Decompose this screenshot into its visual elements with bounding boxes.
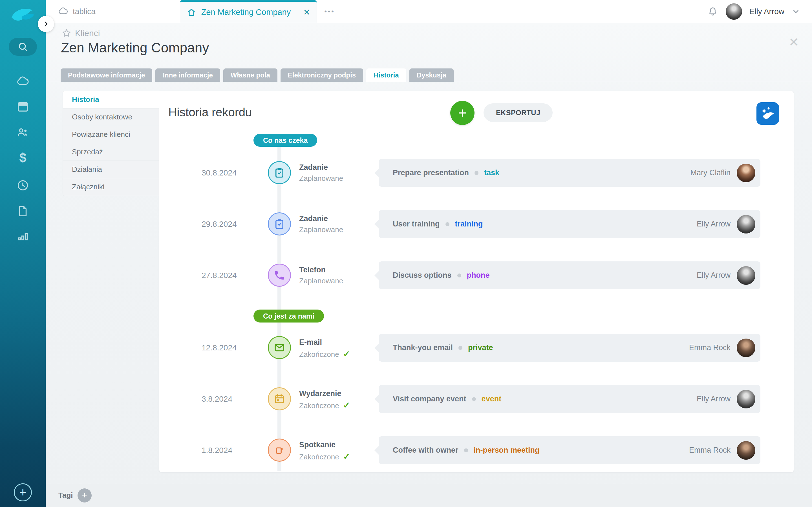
person-avatar — [737, 266, 755, 285]
contacts-icon[interactable] — [14, 123, 32, 142]
favorite-star-icon[interactable] — [61, 28, 71, 38]
timeline-type-label: Zadanie — [299, 163, 343, 172]
notifications-bell-icon[interactable] — [707, 6, 718, 17]
add-history-button[interactable]: + — [450, 101, 474, 125]
record-tab-6[interactable]: Dyskusja — [409, 68, 454, 82]
timeline-date: 30.8.2024 — [202, 159, 237, 187]
tab-close-icon[interactable]: ✕ — [303, 7, 310, 17]
envelope-icon — [268, 336, 291, 359]
timeline-row: 12.8.2024 E-mail Zakończone✓ Thank-you e… — [159, 334, 794, 362]
breadcrumb-label: Klienci — [75, 29, 100, 38]
panel-title: Historia rekordu — [168, 106, 252, 119]
timeline-status-label: Zakończone✓ — [299, 452, 350, 461]
record-tab-2[interactable]: Inne informacje — [155, 68, 220, 82]
tab-board[interactable]: tablica — [46, 0, 180, 23]
ai-bird-sparkles-icon[interactable] — [756, 102, 779, 125]
timeline-activity-card[interactable]: Visit company event event Elly Arrow — [378, 385, 760, 413]
timeline-type-label: Zadanie — [299, 214, 343, 223]
activity-title: User training — [393, 220, 440, 228]
timeline-status-label: Zaplanowane — [299, 277, 343, 285]
tab-record-label: Zen Marketing Company — [201, 8, 291, 17]
activity-title: Discuss options — [393, 271, 452, 280]
timeline-status-label: Zaplanowane — [299, 225, 343, 234]
done-check-icon: ✓ — [343, 452, 350, 461]
sidebar-expand-button[interactable] — [38, 16, 54, 32]
activity-tag: training — [455, 220, 483, 228]
timeline-activity-card[interactable]: User training training Elly Arrow — [378, 210, 760, 238]
submenu-item-5[interactable]: Działania — [63, 161, 159, 178]
person-name: Mary Claflin — [690, 168, 730, 177]
activity-title: Thank-you email — [393, 343, 453, 352]
record-tab-4[interactable]: Elektroniczny podpis — [281, 68, 363, 82]
dot-separator-icon — [446, 222, 449, 226]
export-button[interactable]: EKSPORTUJ — [484, 103, 553, 122]
submenu-item-1[interactable]: Historia — [63, 91, 159, 108]
coffee-cup-icon — [268, 439, 291, 462]
timeline-status-label: Zakończone✓ — [299, 349, 350, 359]
submenu-item-2[interactable]: Osoby kontaktowe — [63, 108, 159, 126]
search-icon[interactable] — [9, 38, 37, 56]
activity-title: Coffee with owner — [393, 446, 458, 455]
timeline-row: 1.8.2024 Spotkanie Zakończone✓ Coffee wi… — [159, 436, 794, 464]
tab-more-icon[interactable]: ••• — [317, 0, 342, 23]
timeline-activity-card[interactable]: Prepare presentation task Mary Claflin — [378, 159, 760, 187]
dot-separator-icon — [458, 346, 462, 350]
timeline-activity-card[interactable]: Discuss options phone Elly Arrow — [378, 262, 760, 289]
done-check-icon: ✓ — [343, 349, 350, 358]
sidebar-add-button[interactable]: + — [14, 483, 32, 501]
person-name: Elly Arrow — [697, 395, 730, 403]
user-avatar[interactable] — [726, 3, 742, 20]
dot-separator-icon — [457, 274, 461, 277]
timeline-type-label: E-mail — [299, 338, 350, 347]
time-icon[interactable] — [14, 176, 32, 194]
timeline-activity-card[interactable]: Thank-you email private Emma Rock — [378, 334, 760, 362]
record-tab-3[interactable]: Własne pola — [223, 68, 277, 82]
sidebar: $ + — [0, 0, 46, 507]
activity-tag: in-person meeting — [474, 446, 540, 455]
activity-title: Visit company event — [393, 395, 466, 403]
documents-icon[interactable] — [14, 202, 32, 220]
user-name: Elly Arrow — [749, 7, 784, 16]
close-record-icon[interactable]: ✕ — [789, 36, 799, 48]
add-tag-button[interactable]: + — [78, 489, 92, 503]
submenu-item-4[interactable]: Sprzedaż — [63, 144, 159, 161]
person-name: Emma Rock — [689, 343, 730, 352]
record-tab-1[interactable]: Podstawowe informacje — [61, 68, 152, 82]
timeline-row: 3.8.2024 Wydarzenie Zakończone✓ Visit co… — [159, 385, 794, 413]
tab-board-label: tablica — [73, 7, 96, 16]
person-avatar — [737, 215, 755, 233]
breadcrumb: Klienci — [61, 28, 100, 38]
app-logo-bird-icon — [7, 5, 39, 25]
timeline-date: 1.8.2024 — [202, 436, 232, 464]
activity-title: Prepare presentation — [393, 168, 469, 177]
person-name: Elly Arrow — [697, 271, 730, 280]
user-menu[interactable]: Elly Arrow — [697, 0, 812, 23]
sales-icon[interactable]: $ — [14, 149, 32, 167]
timeline-activity-card[interactable]: Coffee with owner in-person meeting Emma… — [378, 436, 760, 464]
timeline-section-badge: Co nas czeka — [253, 134, 317, 147]
person-avatar — [737, 441, 755, 460]
timeline-type-label: Telefon — [299, 266, 343, 274]
cloud-icon[interactable] — [14, 73, 32, 91]
timeline-date: 3.8.2024 — [202, 385, 232, 413]
history-panel: Historia rekordu + EKSPORTUJ Co nas czek… — [159, 91, 794, 473]
timeline-type-label: Wydarzenie — [299, 389, 350, 398]
calendar-icon[interactable] — [14, 98, 32, 115]
done-check-icon: ✓ — [343, 400, 350, 410]
timeline-date: 12.8.2024 — [202, 334, 237, 362]
dot-separator-icon — [472, 397, 476, 401]
timeline-date: 27.8.2024 — [202, 262, 237, 289]
record-tab-5[interactable]: Historia — [366, 68, 406, 82]
submenu-item-3[interactable]: Powiązane klienci — [63, 126, 159, 144]
submenu-item-6[interactable]: Załączniki — [63, 178, 159, 196]
chevron-down-icon[interactable] — [792, 7, 800, 16]
timeline-section-badge: Co jest za nami — [253, 309, 324, 323]
tab-record[interactable]: Zen Marketing Company ✕ — [180, 0, 317, 23]
phone-icon — [268, 264, 291, 287]
person-name: Emma Rock — [689, 446, 730, 455]
reports-icon[interactable] — [14, 227, 32, 245]
tags-label: Tagi — [58, 491, 73, 500]
person-avatar — [737, 164, 755, 182]
cloud-tab-icon — [58, 6, 68, 17]
timeline-status-label: Zakończone✓ — [299, 400, 350, 410]
